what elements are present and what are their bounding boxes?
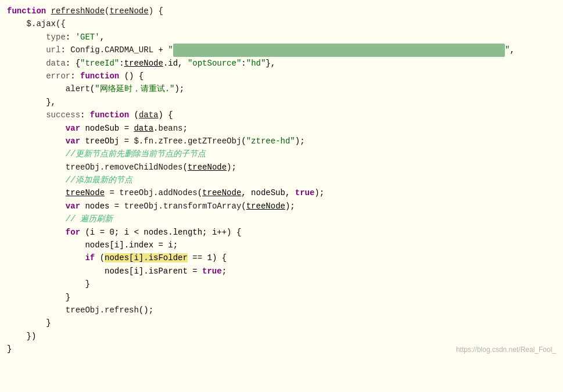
line-2: $.ajax({	[7, 17, 556, 30]
line-23: }	[7, 291, 556, 304]
line-3: type: 'GET',	[7, 31, 556, 44]
line-16: var nodes = treeObj.transformToArray(tre…	[7, 200, 556, 213]
line-14: //添加最新的节点	[7, 174, 556, 186]
line-17: // 遍历刷新	[7, 213, 556, 225]
line-5: data: {"treeId":treeNode.id, "optSource"…	[7, 57, 556, 70]
line-9: success: function (data) {	[7, 109, 556, 121]
line-7: alert("网络延时，请重试.");	[7, 82, 556, 95]
line-24: treeObj.refresh();	[7, 304, 556, 317]
line-6: error: function () {	[7, 70, 556, 82]
line-25: }	[7, 317, 556, 329]
line-4: url: Config.CARDMA_URL + " ",	[7, 44, 556, 56]
code-block: function refreshNode(treeNode) { $.ajax(…	[0, 0, 563, 361]
line-19: nodes[i].index = i;	[7, 239, 556, 251]
line-11: var treeObj = $.fn.zTree.getZTreeObj("zt…	[7, 135, 556, 148]
line-15: treeNode = treeObj.addNodes(treeNode, no…	[7, 186, 556, 199]
line-10: var nodeSub = data.beans;	[7, 122, 556, 135]
line-12: //更新节点前先删除当前节点的子节点	[7, 148, 556, 160]
line-22: }	[7, 278, 556, 290]
line-26: })	[7, 330, 556, 343]
line-18: for (i = 0; i < nodes.length; i++) {	[7, 226, 556, 239]
line-20: if (nodes[i].isFolder == 1) {	[7, 251, 556, 264]
line-13: treeObj.removeChildNodes(treeNode);	[7, 161, 556, 174]
watermark: https://blog.csdn.net/Real_Fool_	[456, 344, 556, 355]
line-8: },	[7, 96, 556, 109]
line-21: nodes[i].isParent = true;	[7, 265, 556, 278]
line-1: function refreshNode(treeNode) {	[7, 5, 556, 17]
